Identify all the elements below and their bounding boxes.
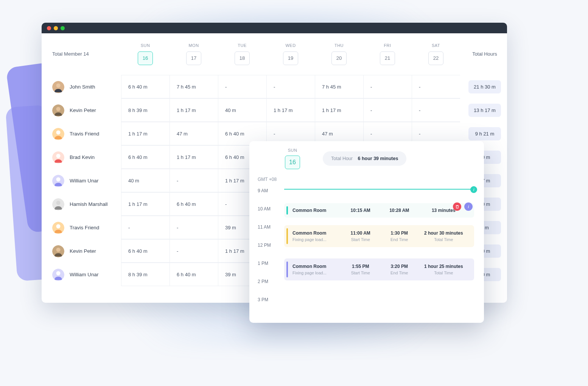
time-tick: 1 PM xyxy=(258,261,284,266)
event-room: Common Room xyxy=(292,230,340,236)
event-end: 1:30 PMEnd Time xyxy=(381,230,418,242)
time-tick: 10 AM xyxy=(258,206,284,212)
svg-point-17 xyxy=(56,271,61,275)
time-cell[interactable]: - xyxy=(170,216,218,239)
day-number-button[interactable]: 17 xyxy=(186,51,201,65)
time-cell[interactable]: 6 h 40 m xyxy=(170,192,218,216)
timeline-event[interactable]: Common Room10:15 AM10:28 AM13 minutes xyxy=(284,203,474,218)
svg-point-13 xyxy=(56,224,61,228)
event-color-bar xyxy=(286,228,288,244)
time-cell[interactable]: 1 h 17 m xyxy=(121,192,170,216)
time-cell[interactable]: 47 m xyxy=(170,122,218,145)
time-cell[interactable]: 6 h 40 m xyxy=(121,239,170,263)
svg-point-11 xyxy=(56,201,61,205)
member-name: John Smith xyxy=(70,84,95,90)
member-row-name: William Unar xyxy=(42,263,121,286)
event-duration-label: Total Time xyxy=(420,237,467,242)
current-time-line xyxy=(284,189,474,190)
day-header: SUN16 xyxy=(121,33,170,75)
day-number-button[interactable]: 18 xyxy=(235,51,250,65)
day-name-label: THU xyxy=(334,43,344,48)
time-cell[interactable]: 6 h 40 m xyxy=(121,145,170,169)
time-cell[interactable]: - xyxy=(363,75,412,98)
member-row-name: Kevin Peter xyxy=(42,98,121,122)
time-cell[interactable]: - xyxy=(218,75,266,98)
event-start: 10:15 AM xyxy=(342,208,379,213)
event-duration: 2 hour 30 minutesTotal Time xyxy=(420,230,467,242)
time-cell[interactable]: 1 h 17 m xyxy=(170,98,218,122)
day-name-label: TUE xyxy=(238,43,247,48)
time-cell[interactable]: 6 h 40 m xyxy=(170,263,218,286)
timezone-label: GMT +08 xyxy=(258,177,481,182)
avatar xyxy=(52,128,64,140)
day-number-button[interactable]: 16 xyxy=(138,51,153,65)
event-start-value: 10:15 AM xyxy=(342,208,379,213)
day-name-label: SAT xyxy=(432,43,440,48)
total-hours-label: Total Hours xyxy=(460,33,507,75)
time-cell[interactable]: 1 h 17 m xyxy=(121,122,170,145)
avatar xyxy=(52,269,64,281)
day-header: FRI21 xyxy=(363,33,412,75)
member-row-name: Travis Friend xyxy=(42,122,121,145)
event-start-label: Start Time xyxy=(342,271,379,275)
day-number-button[interactable]: 19 xyxy=(283,51,298,65)
total-member-label: Total Member 14 xyxy=(42,33,121,75)
day-number-button[interactable]: 20 xyxy=(331,51,347,65)
time-cell[interactable]: 7 h 45 m xyxy=(315,75,363,98)
member-row-name: Travis Friend xyxy=(42,216,121,239)
day-detail-panel: SUN 16 Total Hour 6 hour 39 minutes GMT … xyxy=(249,141,484,323)
time-cell[interactable]: 8 h 39 m xyxy=(121,98,170,122)
time-cell[interactable]: - xyxy=(363,98,412,122)
time-cell[interactable]: - xyxy=(412,98,460,122)
svg-point-15 xyxy=(56,247,61,252)
time-cell[interactable]: 1 h 17 m xyxy=(266,98,315,122)
avatar xyxy=(52,198,64,210)
time-cell[interactable]: - xyxy=(412,75,460,98)
avatar xyxy=(52,151,64,163)
delete-event-button[interactable] xyxy=(453,202,461,211)
window-maximize-icon[interactable] xyxy=(61,26,65,30)
event-color-bar xyxy=(286,206,288,215)
time-tick: 3 PM xyxy=(258,297,284,302)
timeline-event[interactable]: Common RoomFixing page load...1:55 PMSta… xyxy=(284,258,474,280)
time-cell[interactable]: - xyxy=(170,239,218,263)
member-row-name: John Smith xyxy=(42,75,121,98)
time-cell[interactable]: - xyxy=(121,216,170,239)
total-badge: 9 h 21 m xyxy=(468,127,501,140)
event-duration: 1 hour 25 minutesTotal Time xyxy=(420,264,467,275)
day-header: THU20 xyxy=(315,33,363,75)
member-name: Hamish Marshall xyxy=(70,201,108,207)
time-cell[interactable]: - xyxy=(266,75,315,98)
day-number-button[interactable]: 22 xyxy=(428,51,443,65)
day-name-label: FRI xyxy=(384,43,391,48)
time-axis: 9 AM10 AM11 AM12 PM1 PM2 PM3 PM xyxy=(258,185,284,302)
day-number-button[interactable]: 21 xyxy=(380,51,395,65)
time-cell[interactable]: - xyxy=(170,169,218,192)
window-minimize-icon[interactable] xyxy=(54,26,58,30)
window-close-icon[interactable] xyxy=(47,26,51,30)
total-cell: 13 h 17 m xyxy=(460,98,507,122)
time-cell[interactable]: 40 m xyxy=(218,98,266,122)
time-cell[interactable]: 1 h 17 m xyxy=(170,145,218,169)
event-duration-value: 2 hour 30 minutes xyxy=(420,230,467,236)
event-duration-value: 1 hour 25 minutes xyxy=(420,264,467,269)
svg-point-1 xyxy=(56,83,61,87)
time-cell[interactable]: 40 m xyxy=(121,169,170,192)
timeline-event[interactable]: Common RoomFixing page load...11:00 AMSt… xyxy=(284,225,474,247)
member-name: Travis Friend xyxy=(70,225,99,230)
avatar xyxy=(52,175,64,187)
member-name: Kevin Peter xyxy=(70,248,96,254)
event-end: 10:28 AM xyxy=(381,208,418,213)
current-time-indicator-icon: i xyxy=(470,186,477,193)
time-cell[interactable]: 6 h 40 m xyxy=(121,75,170,98)
event-end: 3:20 PMEnd Time xyxy=(381,264,418,275)
event-end-value: 3:20 PM xyxy=(381,264,418,269)
time-tick: 9 AM xyxy=(258,188,284,193)
panel-day-number[interactable]: 16 xyxy=(285,156,300,169)
svg-point-9 xyxy=(56,177,61,181)
event-info-button[interactable]: i xyxy=(464,202,473,211)
time-cell[interactable]: 1 h 17 m xyxy=(315,98,363,122)
time-cell[interactable]: 7 h 45 m xyxy=(170,75,218,98)
time-cell[interactable]: 8 h 39 m xyxy=(121,263,170,286)
event-subtitle: Fixing page load... xyxy=(292,237,340,242)
